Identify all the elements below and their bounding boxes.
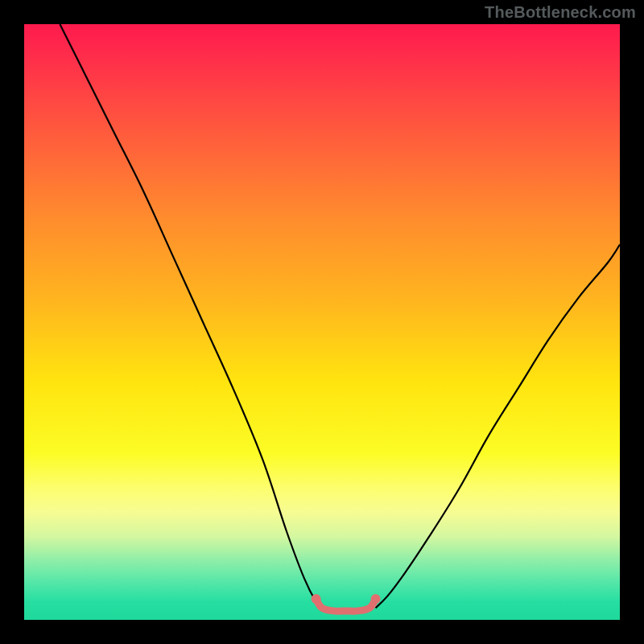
chart-frame: TheBottleneck.com (0, 0, 644, 644)
left-curve (60, 24, 322, 608)
plot-area (24, 24, 620, 620)
right-curve (376, 245, 620, 608)
trough-highlight (316, 599, 376, 611)
curve-layer (24, 24, 620, 620)
trough-knob-left (312, 594, 321, 604)
attribution-text: TheBottleneck.com (485, 3, 636, 22)
trough-knob-right (371, 594, 381, 604)
